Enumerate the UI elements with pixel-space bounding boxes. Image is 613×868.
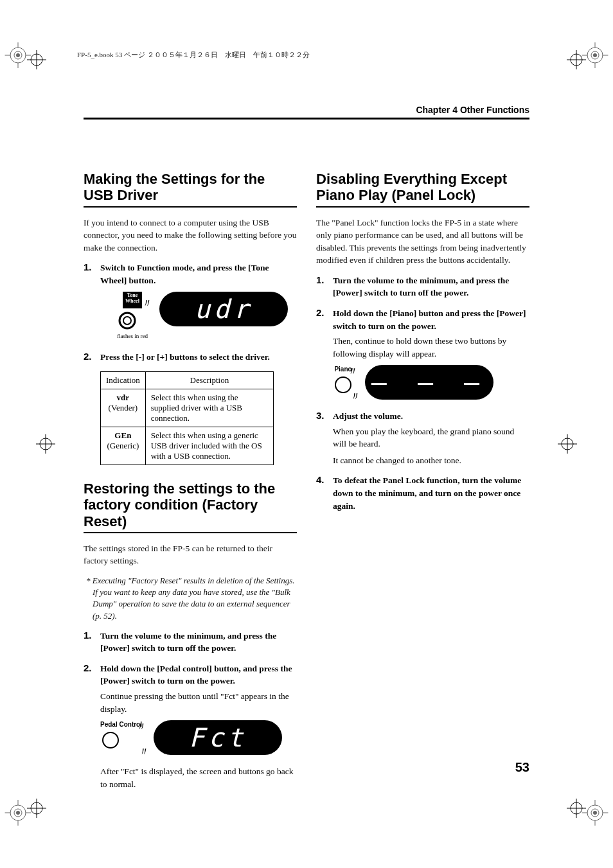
svg-point-2: [16, 53, 20, 57]
svg-point-20: [103, 732, 118, 748]
right-column: Disabling Everything Except Piano Play (…: [316, 171, 529, 798]
section-rule: [316, 206, 529, 208]
factory-figure: Pedal Control 〃 〃 Fct: [100, 720, 297, 755]
cell-indication: vdr(Vender): [101, 389, 146, 427]
panel-step-1: Turn the volume to the minimum, and pres…: [316, 274, 529, 299]
table-row: vdr(Vender) Select this when using the s…: [101, 389, 274, 427]
driver-table: Indication Description vdr(Vender) Selec…: [100, 371, 274, 465]
table-header-description: Description: [145, 372, 273, 389]
registration-mark-icon: [567, 50, 586, 69]
section-title-usb: Making the Settings for the USB Driver: [84, 171, 297, 204]
cell-description: Select this when using a generic USB dri…: [145, 427, 273, 465]
section-rule: [84, 206, 297, 208]
chapter-rule: [84, 118, 529, 120]
registration-mark-icon: [36, 434, 55, 454]
factory-intro: The settings stored in the FP-5 can be r…: [84, 542, 297, 567]
factory-step-1: Turn the volume to the minimum, and pres…: [84, 630, 297, 655]
page-number: 53: [515, 760, 529, 775]
usb-intro: If you intend to connect to a computer u…: [84, 217, 297, 254]
cell-description: Select this when using the supplied driv…: [145, 389, 273, 427]
table-row: Indication Description: [101, 372, 274, 389]
cell-indication: GEn(Generic): [101, 427, 146, 465]
registration-mark-icon: [27, 799, 46, 818]
factory-note: * Executing "Factory Reset" results in d…: [93, 575, 297, 622]
svg-point-21: [335, 377, 351, 393]
usb-step-2: Press the [-] or [+] buttons to select t…: [84, 351, 297, 364]
chapter-title: Chapter 4 Other Functions: [84, 105, 529, 115]
table-header-indication: Indication: [101, 372, 146, 389]
factory-step-2: Hold down the [Pedal control] button, an…: [84, 662, 297, 790]
factory-steps: Turn the volume to the minimum, and pres…: [84, 630, 297, 791]
panel-step-3: Adjust the volume. When you play the key…: [316, 410, 529, 466]
piano-button-icon: Piano 〃 〃: [333, 365, 353, 395]
svg-point-11: [593, 811, 597, 815]
section-title-panel-lock: Disabling Everything Except Piano Play (…: [316, 171, 529, 204]
display-readout: – – –: [365, 365, 493, 400]
panel-step-2: Hold down the [Piano] button and press t…: [316, 307, 529, 400]
content-columns: Making the Settings for the USB Driver I…: [84, 171, 529, 798]
tone-wheel-button-icon: ToneWheel 〃 flashes in red: [117, 292, 148, 341]
panel-step-4: To defeat the Panel Lock function, turn …: [316, 474, 529, 512]
usb-steps: Switch to Function mode, and press the […: [84, 261, 297, 364]
registration-mark-icon: [567, 799, 586, 818]
table-row: GEn(Generic) Select this when using a ge…: [101, 427, 274, 465]
display-readout: Fct: [154, 720, 282, 755]
usb-step-1: Switch to Function mode, and press the […: [84, 261, 297, 341]
section-rule: [84, 532, 297, 533]
panel-lock-steps: Turn the volume to the minimum, and pres…: [316, 274, 529, 512]
section-title-factory: Restoring the settings to the factory co…: [84, 481, 297, 529]
registration-mark-icon: [558, 434, 577, 454]
svg-point-19: [123, 317, 131, 324]
svg-point-5: [593, 53, 597, 57]
svg-point-18: [120, 313, 135, 328]
display-readout: udr: [159, 292, 288, 326]
panel-figure: Piano 〃 〃 – – –: [333, 365, 529, 400]
pedal-control-button-icon: Pedal Control 〃 〃: [100, 720, 142, 750]
left-column: Making the Settings for the USB Driver I…: [84, 171, 297, 798]
file-header: FP-5_e.book 53 ページ ２００５年１月２６日 水曜日 午前１０時２…: [77, 50, 574, 60]
registration-mark-icon: [27, 50, 46, 69]
usb-figure-1: ToneWheel 〃 flashes in red udr: [117, 292, 297, 341]
panel-lock-intro: The "Panel Lock" function locks the FP-5…: [316, 217, 529, 267]
chapter-header-block: Chapter 4 Other Functions: [84, 105, 529, 120]
svg-point-8: [16, 811, 20, 815]
page: FP-5_e.book 53 ページ ２００５年１月２６日 水曜日 午前１０時２…: [0, 0, 613, 868]
